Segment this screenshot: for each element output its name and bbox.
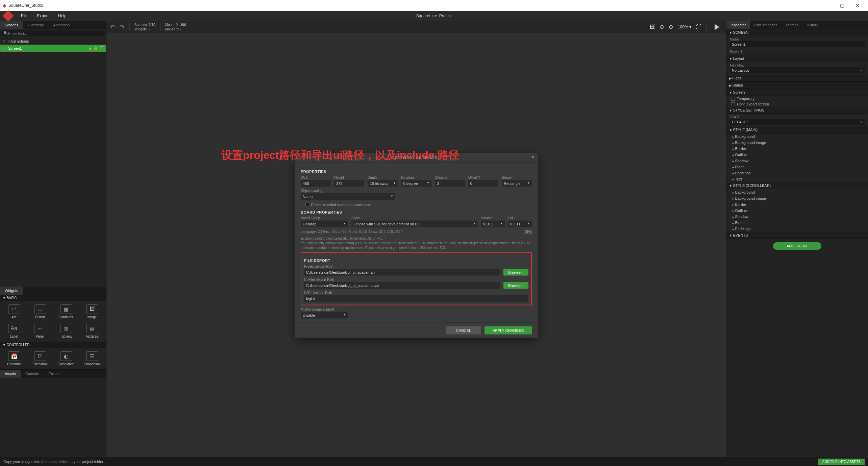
temporary-checkbox[interactable]: Temporary — [726, 96, 868, 101]
widget-button[interactable]: ▭Button — [27, 302, 53, 321]
board-dropdown[interactable]: Eclipse with SDL for development on PC — [351, 220, 478, 227]
tab-hierarchy[interactable]: Hierarchy — [23, 21, 48, 29]
version-dropdown[interactable]: v1.0.2 — [481, 220, 505, 227]
multilang-dropdown[interactable]: Disable — [301, 312, 348, 318]
undo-button[interactable]: ↶ — [110, 23, 115, 31]
screen-sub-section[interactable]: Screen — [726, 89, 868, 96]
style-shadow[interactable]: Shadow — [726, 158, 868, 164]
style-blend[interactable]: Blend — [726, 164, 868, 170]
tab-animation[interactable]: Animation — [48, 21, 74, 29]
screen-section[interactable]: SCREEN — [726, 29, 868, 36]
image-icon[interactable]: 🖼 — [649, 24, 655, 30]
canvas[interactable]: 设置project路径和导出ui路径，以及include 路径 PROJECT … — [106, 33, 726, 457]
menu-export[interactable]: Export — [32, 14, 53, 18]
widgets-controller-header[interactable]: CONTROLLER — [0, 342, 106, 348]
copy-icon[interactable]: ⎘ — [89, 46, 91, 50]
layout-section[interactable]: Layout — [726, 55, 868, 62]
modal-close-icon[interactable]: ✕ — [531, 155, 535, 159]
menu-file[interactable]: File — [16, 14, 32, 18]
widget-label[interactable]: AaLabel — [1, 322, 27, 340]
cancel-button[interactable]: CANCEL — [446, 326, 481, 334]
name-input[interactable] — [730, 41, 865, 47]
tab-assets[interactable]: Assets — [0, 370, 21, 378]
add-event-button[interactable]: ADD EVENT — [773, 242, 821, 250]
lock-icon[interactable]: 🔒 — [93, 46, 98, 50]
style-background[interactable]: Background — [726, 189, 868, 195]
widget-tabview[interactable]: ▥Tabview — [53, 322, 79, 340]
shape-dropdown[interactable]: Rectangle — [502, 180, 532, 187]
widget-arc[interactable]: ◠Arc — [1, 302, 27, 321]
style-outline[interactable]: Outline — [726, 152, 868, 158]
project-root-input[interactable] — [304, 269, 500, 275]
states-section[interactable]: States — [726, 82, 868, 89]
style-paddings[interactable]: Paddings — [726, 226, 868, 232]
lvgl-dropdown[interactable]: 8.3.11 — [508, 220, 532, 227]
search-input[interactable] — [8, 31, 103, 35]
duplicate-icon[interactable]: ❐ — [100, 46, 103, 50]
style-settings-section[interactable]: STYLE SETTINGS — [726, 107, 868, 114]
play-button[interactable] — [715, 24, 719, 30]
tab-themes[interactable]: Themes — [781, 21, 803, 29]
style-background-image[interactable]: Background image — [726, 140, 868, 146]
flags-section[interactable]: Flags — [726, 75, 868, 82]
objname-dropdown[interactable]: Name — [301, 193, 395, 200]
flexflow-dropdown[interactable]: No Layout — [730, 67, 865, 73]
menu-help[interactable]: Help — [53, 14, 71, 18]
width-input[interactable] — [301, 180, 331, 187]
events-section[interactable]: EVENTS — [726, 232, 868, 239]
ui-path-input[interactable] — [304, 282, 500, 289]
tab-errors[interactable]: Errors — [44, 370, 63, 378]
browse-ui-button[interactable]: Browse... — [503, 282, 528, 289]
boardgroup-dropdown[interactable]: Desktop — [301, 220, 348, 227]
tree-screen1[interactable]: ▭ Screen1 ⎘ 🔒 ❐ — [0, 45, 106, 52]
apply-button[interactable]: APPLY CHANGES — [485, 326, 532, 334]
style-outline[interactable]: Outline — [726, 207, 868, 214]
widget-checkbox[interactable]: ☑Checkbox — [27, 349, 53, 368]
style-blend[interactable]: Blend — [726, 220, 868, 226]
noexport-checkbox[interactable]: Don't export screen — [726, 101, 868, 107]
style-background[interactable]: Background — [726, 133, 868, 140]
close-button[interactable]: ✕ — [850, 3, 865, 8]
depth-dropdown[interactable]: 16 bit swap — [368, 180, 398, 187]
widgets-basic-header[interactable]: BASIC — [0, 295, 106, 301]
style-paddings[interactable]: Paddings — [726, 170, 868, 176]
minimize-button[interactable]: — — [819, 3, 834, 8]
tab-fontmanager[interactable]: Font Manager — [750, 21, 781, 29]
widget-colorwheel[interactable]: ◐Colorwheel — [53, 349, 79, 368]
add-asset-button[interactable]: ADD FILE INTO ASSETS — [818, 459, 865, 465]
include-path-input[interactable] — [304, 295, 528, 302]
offsety-input[interactable] — [468, 180, 498, 187]
search-box[interactable]: 🔍 — [1, 30, 105, 36]
fullscreen-icon[interactable]: ⛶ — [696, 24, 701, 30]
tab-inspector[interactable]: Inspector — [726, 21, 750, 29]
widget-container[interactable]: ▦Container — [53, 302, 79, 321]
zoom-out-icon[interactable]: ⊖ — [660, 24, 664, 30]
force-lowercase-checkbox[interactable]: Force exported names to lower case — [301, 202, 532, 207]
state-dropdown[interactable]: DEFAULT — [730, 119, 865, 125]
zoom-in-icon[interactable]: ⊕ — [669, 24, 673, 30]
tree-initial-actions[interactable]: ▷ Initial actions — [0, 38, 106, 45]
style-border[interactable]: Border — [726, 201, 868, 207]
widget-panel[interactable]: ▭Panel — [27, 322, 53, 340]
style-shadow[interactable]: Shadow — [726, 214, 868, 220]
tab-widgets[interactable]: Widgets — [0, 287, 23, 295]
browse-root-button[interactable]: Browse... — [503, 269, 528, 275]
style-main-section[interactable]: STYLE (MAIN) — [726, 126, 868, 133]
maximize-button[interactable]: ▢ — [834, 3, 850, 8]
zoom-level[interactable]: 100% ▾ — [678, 25, 691, 29]
info-link[interactable]: INFO — [524, 229, 532, 234]
redo-button[interactable]: ↷ — [120, 23, 125, 31]
tab-console[interactable]: Console — [21, 370, 44, 378]
rotation-dropdown[interactable]: 0 degree — [401, 180, 431, 187]
style-scrollbar-section[interactable]: STYLE (SCROLLBAR) — [726, 182, 868, 189]
widget-calendar[interactable]: 📅Calendar — [1, 349, 27, 368]
style-background-image[interactable]: Background image — [726, 195, 868, 201]
tab-screens[interactable]: Screens — [0, 21, 23, 29]
height-input[interactable] — [334, 180, 364, 187]
offsetx-input[interactable] — [435, 180, 465, 187]
style-text[interactable]: Text — [726, 176, 868, 182]
tab-history[interactable]: History — [802, 21, 822, 29]
widget-dropdown[interactable]: ☰Dropdown — [79, 349, 105, 368]
widget-image[interactable]: 🖼Image — [79, 302, 105, 321]
style-border[interactable]: Border — [726, 146, 868, 152]
